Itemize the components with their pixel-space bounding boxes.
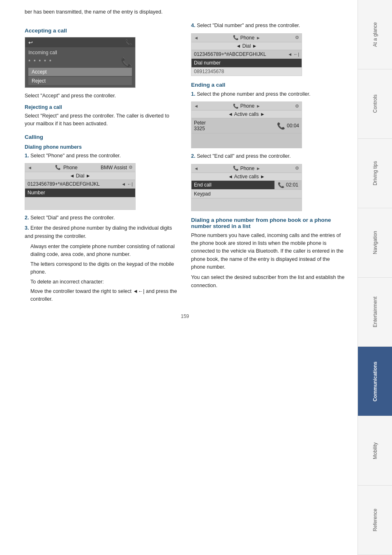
phone-title3: Phone (240, 103, 255, 109)
active-calls-mockup1: ◄ 📞 Phone ► ⚙ ◄ Active calls ► (191, 101, 302, 148)
sidebar-item-communications[interactable]: Communications (358, 347, 392, 416)
incoming-call-label: Incoming call (28, 50, 132, 55)
end-step2-number: 2. (191, 153, 195, 159)
sidebar-label-mobility: Mobility (372, 442, 378, 459)
sidebar-item-controls[interactable]: Controls (358, 69, 392, 139)
dial-value-row: 08912345678 (191, 67, 302, 76)
sidebar: At a glance Controls Driving tips Naviga… (357, 0, 392, 555)
incoming-call-mockup: ↩ 📞 Incoming call * * * * * 📞 Accept Rej… (25, 37, 136, 88)
dialing-phonebook-desc2: You can select the desired subscriber fr… (191, 274, 345, 290)
accept-instruction: Select "Accept" and press the controller… (25, 92, 179, 100)
active-calls-sub-bar2: ◄ Active calls ► (228, 174, 265, 180)
calling-section: Calling (25, 134, 179, 140)
left-nav-arrow4: ◄ (194, 166, 198, 171)
sidebar-label-controls: Controls (372, 94, 378, 113)
step3-item: 3. Enter the desired phone number by dia… (25, 224, 179, 240)
left-nav-arrow: ◄ (28, 165, 32, 170)
dial-number-row[interactable]: Dial number (191, 59, 302, 67)
call-number: 3325 (194, 126, 277, 131)
back-delete-icon2: ◄ ←| (288, 52, 299, 57)
step4-text: Select "Dial number" and press the contr… (197, 23, 300, 28)
call-duration2: 02:01 (286, 182, 298, 188)
dialing-phone-mockup1: ◄ 📞 Phone BMW Assist ⚙ ◄ Dial ► (25, 163, 136, 210)
dial-sub-bar2: ◄ Dial ► (236, 43, 257, 49)
top-paragraph: ber has been transmitted, the name of th… (25, 8, 345, 16)
sidebar-item-driving-tips[interactable]: Driving tips (358, 139, 392, 208)
rejecting-call-heading: Rejecting a call (25, 104, 179, 110)
left-nav-arrow3: ◄ (194, 104, 198, 108)
end-call-row[interactable]: End call (191, 181, 274, 189)
sidebar-item-at-a-glance[interactable]: At a glance (358, 0, 392, 69)
sidebar-item-mobility[interactable]: Mobility (358, 416, 392, 486)
number-row[interactable]: Number (25, 189, 135, 197)
rejecting-call-description: Select "Reject" and press the controller… (25, 112, 179, 128)
step2-text: Select "Dial" and press the controller. (30, 215, 115, 221)
settings-icon2: ⚙ (295, 35, 299, 40)
sidebar-label-navigation: Navigation (372, 231, 378, 254)
sidebar-item-reference[interactable]: Reference (358, 486, 392, 555)
settings-icon: ⚙ (129, 165, 133, 170)
call-name: Peter (194, 120, 277, 126)
sidebar-item-navigation[interactable]: Navigation (358, 208, 392, 278)
phone-title2: Phone (240, 35, 255, 41)
accepting-call-section: Accepting a call ↩ 📞 Incoming call * * *… (25, 28, 179, 100)
end-step1-text: Select the phone number and press the co… (197, 91, 311, 97)
step3-note2: The letters correspond to the digits on … (25, 260, 179, 276)
step1-item: 1. Select "Phone" and press the controll… (25, 152, 179, 160)
bmw-assist-title: BMW Assist (101, 165, 127, 170)
end-step1-item: 1. Select the phone number and press the… (191, 90, 345, 98)
sidebar-label-driving-tips: Driving tips (372, 161, 378, 185)
dial-sub-bar: ◄ Dial ► (69, 173, 90, 179)
end-step2-text: Select "End call" and press the controll… (197, 153, 291, 159)
reject-button[interactable]: Reject (28, 77, 132, 85)
end-step2-item: 2. Select "End call" and press the contr… (191, 152, 345, 160)
end-step1-number: 1. (191, 91, 195, 97)
dialing-phonebook-desc1: Phone numbers you have called, incoming … (191, 232, 345, 272)
sidebar-item-entertainment[interactable]: Entertainment (358, 278, 392, 347)
call-duration1: 00:04 (287, 123, 299, 129)
back-delete-icon: ◄ ←| (121, 182, 133, 187)
accept-button[interactable]: Accept (28, 68, 132, 76)
input-value2: 0123456789+*#ABCDEFGHIJKL (194, 51, 286, 57)
step4-item: 4. Select "Dial number" and press the co… (191, 22, 345, 30)
phone-icon-top: 📞 (125, 39, 132, 46)
step1-number: 1. (25, 153, 29, 159)
calling-heading: Calling (25, 134, 179, 140)
step2-item: 2. Select "Dial" and press the controlle… (25, 214, 179, 222)
step3-note4: Move the controller toward the right to … (25, 288, 179, 304)
step1-text: Select "Phone" and press the controller. (30, 153, 121, 159)
left-nav-arrow2: ◄ (194, 35, 198, 40)
phone-accept-icon: 📞 (121, 57, 132, 68)
dialing-numbers-heading: Dialing phone numbers (25, 144, 179, 150)
sidebar-label-at-a-glance: At a glance (372, 22, 378, 47)
step2-number: 2. (25, 215, 29, 221)
step3-note1: Always enter the complete phone number c… (25, 243, 179, 259)
settings-icon3: ⚙ (295, 104, 299, 109)
right-column: 4. Select "Dial number" and press the co… (191, 22, 345, 305)
settings-icon4: ⚙ (295, 166, 299, 171)
end-call-mockup: ◄ 📞 Phone ► ⚙ ◄ Active calls ► (191, 164, 302, 211)
left-column: Accepting a call ↩ 📞 Incoming call * * *… (25, 22, 179, 305)
active-call-icon: 📞 (277, 122, 285, 130)
rejecting-call-section: Rejecting a call Select "Reject" and pre… (25, 104, 179, 128)
phone-title4: Phone (240, 166, 255, 171)
active-calls-sub-bar: ◄ Active calls ► (228, 111, 265, 117)
dialing-phonebook-section: Dialing a phone number from phone book o… (191, 217, 345, 290)
end-call-phone-icon: 📞 (278, 182, 284, 188)
input-value1: 0123456789+*#ABCDEFGHIJKL (28, 181, 120, 187)
keypad-row[interactable]: Keypad (191, 190, 302, 198)
page-number: 159 (25, 313, 345, 319)
ending-call-section: Ending a call 1. Select the phone number… (191, 82, 345, 211)
sidebar-label-communications: Communications (372, 362, 378, 401)
dialing-phonebook-heading: Dialing a phone number from phone book o… (191, 217, 345, 229)
sidebar-label-entertainment: Entertainment (372, 297, 378, 327)
accepting-call-heading: Accepting a call (25, 28, 179, 34)
phone-title1: Phone (63, 165, 78, 170)
step4-number: 4. (191, 23, 195, 28)
dialing-numbers-section: Dialing phone numbers 1. Select "Phone" … (25, 144, 179, 304)
dial-number-mockup: ◄ 📞 Phone ► ⚙ ◄ Dial ► 0123456789+*#ABCD… (191, 33, 302, 76)
back-arrow-icon: ↩ (28, 39, 33, 46)
step3-note3: To delete an incorrect character: (25, 278, 179, 286)
sidebar-label-reference: Reference (372, 509, 378, 531)
step3-number: 3. (25, 225, 29, 231)
